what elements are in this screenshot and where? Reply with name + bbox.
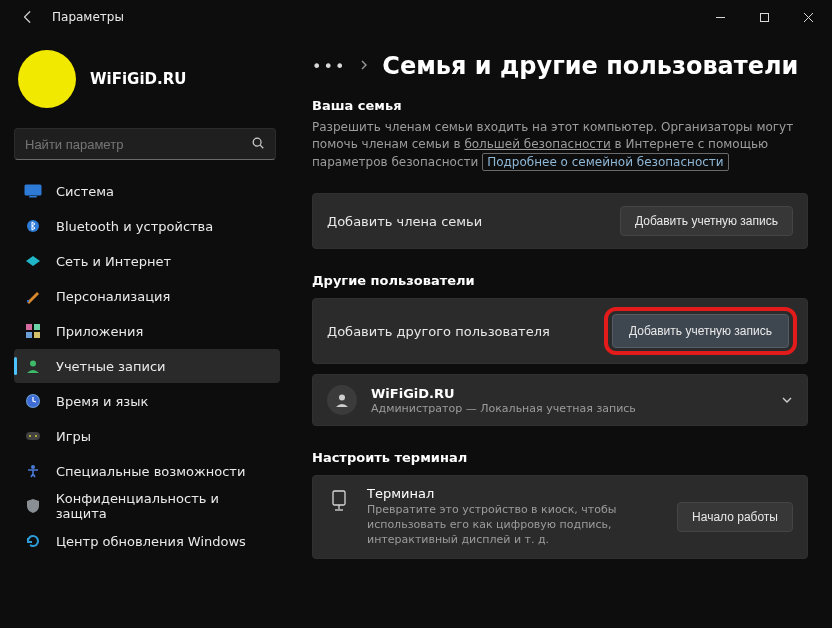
sidebar-item-label: Специальные возможности [56,464,245,479]
sidebar-item-network[interactable]: Сеть и Интернет [14,244,280,278]
person-icon [327,385,357,415]
terminal-item-desc: Превратите это устройство в киоск, чтобы… [367,503,617,548]
apps-icon [24,322,42,340]
add-family-member-row: Добавить члена семьи Добавить учетную за… [312,193,808,249]
sidebar-item-bluetooth[interactable]: Bluetooth и устройства [14,209,280,243]
terminal-section-title: Настроить терминал [312,450,808,465]
sidebar-item-personalization[interactable]: Персонализация [14,279,280,313]
sidebar-item-label: Центр обновления Windows [56,534,246,549]
add-family-account-button[interactable]: Добавить учетную запись [620,206,793,236]
page-title: Семья и другие пользователи [382,52,798,80]
sidebar-item-label: Персонализация [56,289,170,304]
kiosk-icon [327,490,351,512]
sidebar-item-label: Bluetooth и устройства [56,219,213,234]
close-button[interactable] [786,2,830,32]
svg-rect-10 [26,332,32,338]
privacy-icon [24,497,42,515]
family-section-title: Ваша семья [312,98,808,113]
sidebar-item-label: Конфиденциальность и защита [56,491,270,521]
chevron-down-icon[interactable] [781,393,793,407]
avatar[interactable] [18,50,76,108]
sidebar-item-privacy[interactable]: Конфиденциальность и защита [14,489,280,523]
update-icon [24,532,42,550]
bluetooth-icon [24,217,42,235]
svg-point-7 [27,300,29,302]
maximize-button[interactable] [742,2,786,32]
sidebar-item-label: Система [56,184,114,199]
network-icon [24,252,42,270]
svg-rect-20 [333,491,345,505]
back-button[interactable] [14,3,42,31]
gaming-icon [24,427,42,445]
family-section-desc: Разрешить членам семьи входить на этот к… [312,119,808,171]
svg-rect-15 [26,432,40,440]
svg-rect-5 [29,196,37,198]
system-icon [24,182,42,200]
other-users-section-title: Другие пользователи [312,273,808,288]
minimize-button[interactable] [698,2,742,32]
svg-rect-1 [760,13,768,21]
sidebar-item-apps[interactable]: Приложения [14,314,280,348]
search-input[interactable] [25,137,251,152]
sidebar-item-label: Приложения [56,324,143,339]
svg-point-16 [29,435,31,437]
sidebar-item-label: Сеть и Интернет [56,254,171,269]
sidebar-item-gaming[interactable]: Игры [14,419,280,453]
svg-point-19 [339,395,345,401]
svg-point-2 [253,138,261,146]
svg-point-6 [27,220,39,232]
sidebar-item-time[interactable]: Время и язык [14,384,280,418]
sidebar-item-update[interactable]: Центр обновления Windows [14,524,280,558]
breadcrumb-overflow-icon[interactable]: ••• [312,57,346,76]
sidebar-item-label: Учетные записи [56,359,166,374]
svg-rect-11 [34,332,40,338]
sidebar-item-label: Игры [56,429,91,444]
time-icon [24,392,42,410]
add-other-account-button[interactable]: Добавить учетную запись [612,314,789,348]
sidebar-item-accounts[interactable]: Учетные записи [14,349,280,383]
other-user-name: WiFiGiD.RU [371,386,636,401]
search-icon [251,136,265,153]
accounts-icon [24,357,42,375]
svg-point-12 [30,361,36,367]
svg-rect-8 [26,324,32,330]
add-family-member-label: Добавить члена семьи [327,214,482,229]
svg-rect-9 [34,324,40,330]
user-display-name: WiFiGiD.RU [90,70,186,88]
sidebar-item-accessibility[interactable]: Специальные возможности [14,454,280,488]
terminal-row: Терминал Превратите это устройство в кио… [312,475,808,559]
terminal-item-title: Терминал [367,486,617,501]
svg-rect-4 [25,185,42,196]
chevron-right-icon [360,59,368,73]
other-user-sub: Администратор — Локальная учетная запись [371,402,636,415]
family-safety-link[interactable]: Подробнее о семейной безопасности [482,153,729,171]
svg-line-3 [260,145,263,148]
svg-point-18 [31,465,35,469]
window-title: Параметры [52,10,124,24]
sidebar-item-label: Время и язык [56,394,148,409]
search-box[interactable] [14,128,276,160]
add-other-user-row: Добавить другого пользователя Добавить у… [312,298,808,364]
personalize-icon [24,287,42,305]
other-user-account-row[interactable]: WiFiGiD.RU Администратор — Локальная уче… [312,374,808,426]
svg-point-17 [35,435,37,437]
terminal-start-button[interactable]: Начало работы [677,502,793,532]
sidebar-item-system[interactable]: Система [14,174,280,208]
accessibility-icon [24,462,42,480]
add-other-user-label: Добавить другого пользователя [327,324,550,339]
add-other-user-highlight: Добавить учетную запись [604,307,797,355]
